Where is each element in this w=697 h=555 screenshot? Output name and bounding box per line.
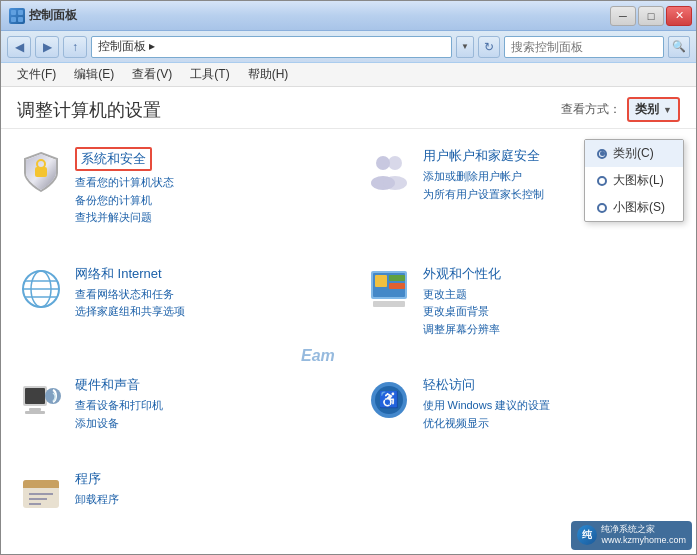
dropdown-label-category: 类别(C) [613,145,654,162]
menu-tools[interactable]: 工具(T) [182,64,237,85]
dropdown-item-large-icons[interactable]: 大图标(L) [585,167,683,194]
svg-rect-22 [25,388,45,404]
system-security-link-1[interactable]: 备份您的计算机 [75,192,333,210]
svg-rect-17 [375,275,387,287]
window-icon [9,8,25,24]
content-header: 调整计算机的设置 查看方式： 类别 ▼ [1,87,696,129]
appearance-link-0[interactable]: 更改主题 [423,286,681,304]
category-appearance[interactable]: 外观和个性化 更改主题 更改桌面背景 调整屏幕分辨率 [349,255,697,367]
page-title: 调整计算机的设置 [17,98,161,122]
radio-large-icons [597,176,607,186]
hardware-link-1[interactable]: 添加设备 [75,415,333,433]
main-window: 控制面板 ─ □ ✕ ◀ ▶ ↑ 控制面板 ▸ ▼ ↻ 🔍 文件(F) 编辑(E… [0,0,697,555]
back-button[interactable]: ◀ [7,36,31,58]
view-label: 查看方式： [561,101,621,118]
svg-rect-23 [29,408,41,411]
minimize-button[interactable]: ─ [610,6,636,26]
close-button[interactable]: ✕ [666,6,692,26]
forward-button[interactable]: ▶ [35,36,59,58]
network-link-1[interactable]: 选择家庭组和共享选项 [75,303,333,321]
view-dropdown-button[interactable]: 类别 ▼ [627,97,680,122]
svg-point-9 [383,176,407,190]
address-dropdown-button[interactable]: ▼ [456,36,474,58]
svg-point-6 [376,156,390,170]
category-programs[interactable]: 程序 卸载程序 [1,460,349,546]
dropdown-label-large-icons: 大图标(L) [613,172,664,189]
hardware-link-0[interactable]: 查看设备和打印机 [75,397,333,415]
category-hardware-sound[interactable]: 硬件和声音 查看设备和打印机 添加设备 [1,366,349,460]
dropdown-item-small-icons[interactable]: 小图标(S) [585,194,683,221]
svg-point-7 [388,156,402,170]
radio-category [597,149,607,159]
dropdown-item-category[interactable]: 类别(C) [585,140,683,167]
programs-link-0[interactable]: 卸载程序 [75,491,333,509]
view-dropdown-menu: 类别(C) 大图标(L) 小图标(S) [584,139,684,222]
title-bar-left: 控制面板 [9,7,77,24]
ease-link-1[interactable]: 优化视频显示 [423,415,681,433]
refresh-button[interactable]: ↻ [478,36,500,58]
view-dropdown-arrow: ▼ [663,105,672,115]
radio-small-icons [597,203,607,213]
svg-rect-2 [11,17,16,22]
address-path: 控制面板 ▸ [98,38,155,55]
title-bar: 控制面板 ─ □ ✕ [1,1,696,31]
ease-link-0[interactable]: 使用 Windows 建议的设置 [423,397,681,415]
system-security-link-2[interactable]: 查找并解决问题 [75,209,333,227]
svg-rect-0 [11,10,16,15]
appearance-text: 外观和个性化 更改主题 更改桌面背景 调整屏幕分辨率 [423,265,681,339]
programs-title[interactable]: 程序 [75,470,333,488]
menu-edit[interactable]: 编辑(E) [66,64,122,85]
search-button[interactable]: 🔍 [668,36,690,58]
search-input[interactable] [504,36,664,58]
appearance-icon [365,265,413,313]
system-security-icon [17,147,65,195]
svg-rect-20 [373,301,405,307]
logo-watermark: 纯 纯净系统之家 www.kzmyhome.com [571,521,692,550]
category-network-internet[interactable]: 网络和 Internet 查看网络状态和任务 选择家庭组和共享选项 [1,255,349,367]
svg-rect-19 [389,283,405,289]
appearance-title[interactable]: 外观和个性化 [423,265,681,283]
menu-file[interactable]: 文件(F) [9,64,64,85]
svg-text:♿: ♿ [379,390,399,409]
system-security-link-0[interactable]: 查看您的计算机状态 [75,174,333,192]
appearance-link-1[interactable]: 更改桌面背景 [423,303,681,321]
maximize-button[interactable]: □ [638,6,664,26]
system-security-title[interactable]: 系统和安全 [81,151,146,166]
network-internet-title[interactable]: 网络和 Internet [75,265,333,283]
programs-icon [17,470,65,518]
address-input[interactable]: 控制面板 ▸ [91,36,452,58]
content-area: 调整计算机的设置 查看方式： 类别 ▼ 类别(C) 大图标(L) 小图标(S [1,87,696,554]
network-internet-text: 网络和 Internet 查看网络状态和任务 选择家庭组和共享选项 [75,265,333,321]
title-bar-controls: ─ □ ✕ [610,6,692,26]
hardware-sound-icon [17,376,65,424]
svg-rect-3 [18,17,23,22]
ease-of-access-title[interactable]: 轻松访问 [423,376,681,394]
ease-of-access-icon: ♿ [365,376,413,424]
category-ease-of-access[interactable]: ♿ 轻松访问 使用 Windows 建议的设置 优化视频显示 [349,366,697,460]
menu-help[interactable]: 帮助(H) [240,64,297,85]
hardware-sound-text: 硬件和声音 查看设备和打印机 添加设备 [75,376,333,432]
logo-icon: 纯 [577,525,597,545]
ease-of-access-text: 轻松访问 使用 Windows 建议的设置 优化视频显示 [423,376,681,432]
dropdown-label-small-icons: 小图标(S) [613,199,665,216]
up-button[interactable]: ↑ [63,36,87,58]
menu-view[interactable]: 查看(V) [124,64,180,85]
svg-rect-31 [23,485,59,488]
network-internet-icon [17,265,65,313]
system-security-text: 系统和安全 查看您的计算机状态 备份您的计算机 查找并解决问题 [75,147,333,227]
appearance-link-2[interactable]: 调整屏幕分辨率 [423,321,681,339]
menu-bar: 文件(F) 编辑(E) 查看(V) 工具(T) 帮助(H) [1,63,696,87]
network-link-0[interactable]: 查看网络状态和任务 [75,286,333,304]
programs-text: 程序 卸载程序 [75,470,333,509]
address-bar: ◀ ▶ ↑ 控制面板 ▸ ▼ ↻ 🔍 [1,31,696,63]
svg-rect-1 [18,10,23,15]
logo-text: 纯净系统之家 www.kzmyhome.com [601,524,686,547]
view-controls: 查看方式： 类别 ▼ [561,97,680,122]
search-icon: 🔍 [672,40,686,53]
svg-rect-24 [25,411,45,414]
window-title: 控制面板 [29,7,77,24]
category-system-security[interactable]: 系统和安全 查看您的计算机状态 备份您的计算机 查找并解决问题 [1,137,349,255]
user-accounts-icon [365,147,413,195]
hardware-sound-title[interactable]: 硬件和声音 [75,376,333,394]
svg-rect-18 [389,275,405,281]
